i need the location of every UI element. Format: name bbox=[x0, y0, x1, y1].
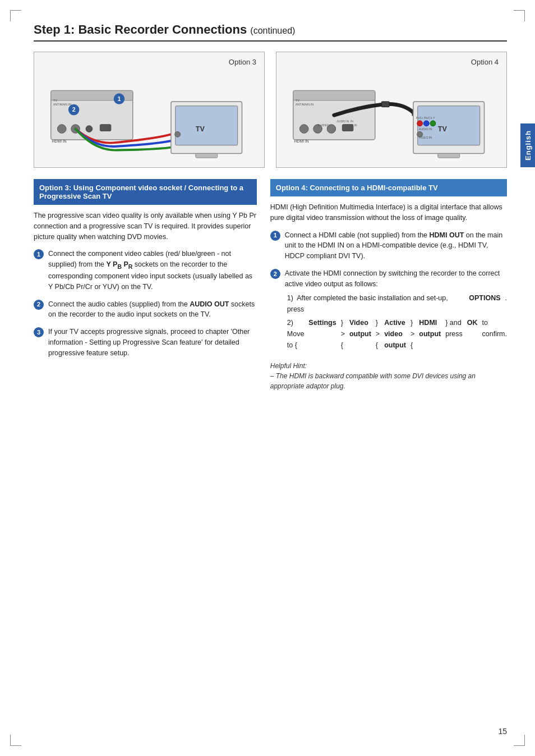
option4-step1-text: Connect a HDMI cable (not supplied) from… bbox=[285, 230, 507, 262]
option4-step1: 1 Connect a HDMI cable (not supplied) fr… bbox=[270, 230, 507, 262]
corner-mark-bl bbox=[10, 735, 21, 746]
helpful-hint-text: – The HDMI is backward compatible with s… bbox=[270, 372, 476, 390]
svg-rect-9 bbox=[196, 153, 218, 158]
option3-step3: 3 If your TV accepts progressive signals… bbox=[34, 327, 257, 358]
svg-point-31 bbox=[417, 121, 423, 126]
corner-mark-tl bbox=[10, 10, 21, 21]
option4-step2-circle: 2 bbox=[270, 269, 280, 279]
step2-circle: 2 bbox=[34, 300, 44, 310]
svg-rect-19 bbox=[293, 90, 375, 100]
diagram-option4: Option 4 HDMI IN TV bbox=[276, 52, 507, 168]
option3-intro: The progressive scan video quality is on… bbox=[34, 210, 257, 242]
option3-step1: 1 Connect the component video cables (re… bbox=[34, 249, 257, 292]
svg-text:IN: IN bbox=[350, 120, 353, 123]
svg-rect-8 bbox=[176, 106, 238, 145]
svg-point-20 bbox=[299, 125, 308, 134]
option3-step2: 2 Connect the audio cables (supplied) fr… bbox=[34, 299, 257, 320]
helpful-hint-title: Helpful Hint: bbox=[270, 362, 307, 370]
diagram4-label: Option 4 bbox=[471, 58, 499, 66]
diagram3-label: Option 3 bbox=[229, 58, 256, 66]
option4-substeps: 1) After completed the basic installatio… bbox=[285, 292, 507, 351]
svg-text:TV: TV bbox=[296, 99, 300, 102]
right-column: Option 4: Connecting to a HDMI-compatibl… bbox=[270, 179, 507, 391]
page: English Step 1: Basic Recorder Connectio… bbox=[0, 0, 535, 756]
svg-text:AUDIO IN: AUDIO IN bbox=[419, 127, 432, 131]
page-title: Step 1: Basic Recorder Connections (cont… bbox=[34, 22, 507, 42]
step3-circle: 3 bbox=[34, 327, 44, 337]
title-main: Step 1: Basic Recorder Connections bbox=[34, 22, 247, 36]
step1-text: Connect the component video cables (red/… bbox=[48, 249, 257, 292]
svg-text:AUDIO IN: AUDIO IN bbox=[337, 120, 349, 123]
content-row: Option 3: Using Component video socket /… bbox=[34, 179, 507, 391]
svg-text:Pr/Cr Pb/Cb Y: Pr/Cr Pb/Cb Y bbox=[416, 116, 435, 120]
step2-text: Connect the audio cables (supplied) from… bbox=[48, 299, 257, 320]
svg-text:HDMI IN: HDMI IN bbox=[294, 139, 309, 143]
substep1: 1) After completed the basic installatio… bbox=[287, 292, 507, 315]
diagram3-svg: HDMI IN TV 2 1 bbox=[40, 58, 259, 162]
svg-point-4 bbox=[86, 126, 93, 132]
svg-text:2: 2 bbox=[72, 106, 76, 113]
option4-intro: HDMI (High Definition Multimedia Interfa… bbox=[270, 202, 507, 223]
svg-text:TV: TV bbox=[196, 125, 205, 133]
option4-step2-text: Activate the HDMI connection by switchin… bbox=[285, 268, 507, 354]
svg-text:ANT/MAIN IN: ANT/MAIN IN bbox=[296, 103, 314, 106]
option3-steps: 1 Connect the component video cables (re… bbox=[34, 249, 257, 358]
svg-text:TV: TV bbox=[53, 99, 58, 102]
svg-rect-29 bbox=[438, 153, 460, 158]
option4-step2: 2 Activate the HDMI connection by switch… bbox=[270, 268, 507, 354]
step1-circle: 1 bbox=[34, 249, 44, 259]
corner-mark-br bbox=[514, 735, 525, 746]
option4-step1-circle: 1 bbox=[270, 231, 280, 241]
diagram4-svg: HDMI IN TV Pr/Cr Pb/Cb Y AUDIO IN bbox=[282, 58, 501, 162]
svg-text:HDMI IN: HDMI IN bbox=[52, 139, 67, 143]
svg-point-2 bbox=[57, 125, 66, 134]
option4-header: Option 4: Connecting to a HDMI-compatibl… bbox=[270, 179, 507, 196]
diagram-option3: Option 3 HDMI IN bbox=[34, 52, 265, 168]
substep2: 2) Move to { Settings } > { Video output… bbox=[287, 317, 507, 351]
svg-point-32 bbox=[423, 121, 429, 126]
option4-steps: 1 Connect a HDMI cable (not supplied) fr… bbox=[270, 230, 507, 354]
option3-header: Option 3: Using Component video socket /… bbox=[34, 179, 257, 205]
svg-point-33 bbox=[430, 121, 436, 126]
svg-rect-25 bbox=[381, 102, 389, 107]
left-column: Option 3: Using Component video socket /… bbox=[34, 179, 257, 391]
svg-text:VIDEO IN: VIDEO IN bbox=[419, 136, 432, 139]
svg-text:TV: TV bbox=[438, 125, 448, 133]
helpful-hint: Helpful Hint: – The HDMI is backward com… bbox=[270, 361, 507, 391]
corner-mark-tr bbox=[514, 10, 525, 21]
svg-text:VIDEO IN: VIDEO IN bbox=[345, 124, 357, 127]
svg-text:S-VIDEO: S-VIDEO bbox=[318, 124, 329, 127]
title-continued: (continued) bbox=[250, 26, 295, 35]
svg-text:1: 1 bbox=[117, 95, 121, 102]
diagrams-row: Option 3 HDMI IN bbox=[34, 52, 507, 168]
svg-text:ANT/MAIN IN: ANT/MAIN IN bbox=[53, 103, 72, 106]
step3-text: If your TV accepts progressive signals, … bbox=[48, 327, 257, 358]
page-number: 15 bbox=[498, 727, 507, 736]
svg-rect-5 bbox=[100, 125, 110, 131]
svg-point-11 bbox=[175, 131, 181, 137]
english-tab: English bbox=[520, 123, 535, 167]
